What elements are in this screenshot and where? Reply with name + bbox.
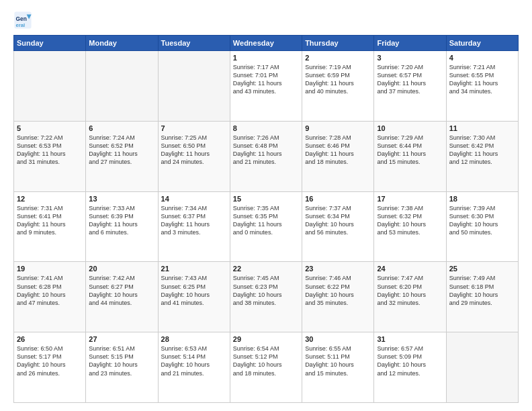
calendar-cell: 4Sunrise: 7:21 AM Sunset: 6:55 PM Daylig… [446, 51, 518, 122]
calendar-cell: 9Sunrise: 7:28 AM Sunset: 6:46 PM Daylig… [302, 121, 374, 191]
day-number: 29 [233, 335, 299, 343]
day-info: Sunrise: 7:46 AM Sunset: 6:22 PM Dayligh… [305, 274, 371, 307]
day-number: 28 [161, 335, 227, 343]
day-number: 13 [89, 195, 154, 203]
calendar-cell: 7Sunrise: 7:25 AM Sunset: 6:50 PM Daylig… [158, 121, 230, 191]
calendar-cell: 29Sunrise: 6:54 AM Sunset: 5:12 PM Dayli… [230, 332, 302, 403]
day-info: Sunrise: 7:17 AM Sunset: 7:01 PM Dayligh… [233, 63, 299, 96]
day-number: 15 [233, 195, 299, 203]
week-row-1: 1Sunrise: 7:17 AM Sunset: 7:01 PM Daylig… [14, 51, 519, 122]
logo-icon: Gen eral [13, 11, 32, 30]
day-number: 14 [161, 195, 227, 203]
day-info: Sunrise: 6:55 AM Sunset: 5:11 PM Dayligh… [305, 345, 371, 377]
day-info: Sunrise: 7:28 AM Sunset: 6:46 PM Dayligh… [305, 134, 371, 167]
calendar-cell: 5Sunrise: 7:22 AM Sunset: 6:53 PM Daylig… [14, 121, 86, 191]
day-number: 4 [449, 54, 515, 62]
day-number: 2 [305, 54, 371, 62]
day-info: Sunrise: 7:49 AM Sunset: 6:18 PM Dayligh… [449, 274, 515, 307]
calendar-cell: 19Sunrise: 7:41 AM Sunset: 6:28 PM Dayli… [14, 262, 86, 332]
day-number: 8 [233, 124, 299, 132]
calendar-cell: 26Sunrise: 6:50 AM Sunset: 5:17 PM Dayli… [14, 332, 86, 403]
calendar-cell [446, 332, 518, 403]
calendar-table: SundayMondayTuesdayWednesdayThursdayFrid… [13, 35, 519, 403]
calendar-cell: 6Sunrise: 7:24 AM Sunset: 6:52 PM Daylig… [86, 121, 158, 191]
day-info: Sunrise: 7:34 AM Sunset: 6:37 PM Dayligh… [161, 204, 227, 237]
calendar-cell [14, 51, 86, 122]
calendar-cell [158, 51, 230, 122]
weekday-header-saturday: Saturday [446, 36, 518, 51]
day-info: Sunrise: 7:20 AM Sunset: 6:57 PM Dayligh… [377, 63, 443, 96]
page: Gen eral SundayMondayTuesdayWednesdayThu… [0, 0, 532, 411]
calendar-cell: 28Sunrise: 6:53 AM Sunset: 5:14 PM Dayli… [158, 332, 230, 403]
calendar-cell: 23Sunrise: 7:46 AM Sunset: 6:22 PM Dayli… [302, 262, 374, 332]
day-info: Sunrise: 7:29 AM Sunset: 6:44 PM Dayligh… [377, 134, 443, 167]
day-info: Sunrise: 6:54 AM Sunset: 5:12 PM Dayligh… [233, 345, 299, 377]
day-info: Sunrise: 7:24 AM Sunset: 6:52 PM Dayligh… [89, 134, 154, 167]
calendar-cell: 31Sunrise: 6:57 AM Sunset: 5:09 PM Dayli… [374, 332, 446, 403]
day-info: Sunrise: 7:45 AM Sunset: 6:23 PM Dayligh… [233, 274, 299, 307]
day-number: 22 [233, 265, 299, 273]
weekday-header-row: SundayMondayTuesdayWednesdayThursdayFrid… [14, 36, 519, 51]
calendar-cell: 27Sunrise: 6:51 AM Sunset: 5:15 PM Dayli… [86, 332, 158, 403]
week-row-2: 5Sunrise: 7:22 AM Sunset: 6:53 PM Daylig… [14, 121, 519, 191]
day-number: 3 [377, 54, 443, 62]
day-info: Sunrise: 7:33 AM Sunset: 6:39 PM Dayligh… [89, 204, 154, 237]
calendar-cell [86, 51, 158, 122]
weekday-header-wednesday: Wednesday [230, 36, 302, 51]
day-number: 6 [89, 124, 154, 132]
calendar-cell: 21Sunrise: 7:43 AM Sunset: 6:25 PM Dayli… [158, 262, 230, 332]
calendar-cell: 2Sunrise: 7:19 AM Sunset: 6:59 PM Daylig… [302, 51, 374, 122]
calendar-cell: 30Sunrise: 6:55 AM Sunset: 5:11 PM Dayli… [302, 332, 374, 403]
calendar-cell: 10Sunrise: 7:29 AM Sunset: 6:44 PM Dayli… [374, 121, 446, 191]
week-row-4: 19Sunrise: 7:41 AM Sunset: 6:28 PM Dayli… [14, 262, 519, 332]
calendar-cell: 1Sunrise: 7:17 AM Sunset: 7:01 PM Daylig… [230, 51, 302, 122]
calendar-cell: 22Sunrise: 7:45 AM Sunset: 6:23 PM Dayli… [230, 262, 302, 332]
weekday-header-sunday: Sunday [14, 36, 86, 51]
day-number: 31 [377, 335, 443, 343]
day-info: Sunrise: 7:38 AM Sunset: 6:32 PM Dayligh… [377, 204, 443, 237]
day-number: 24 [377, 265, 443, 273]
svg-text:eral: eral [16, 22, 26, 28]
day-number: 16 [305, 195, 371, 203]
day-info: Sunrise: 6:57 AM Sunset: 5:09 PM Dayligh… [377, 345, 443, 377]
day-number: 19 [17, 265, 83, 273]
day-info: Sunrise: 7:37 AM Sunset: 6:34 PM Dayligh… [305, 204, 371, 237]
day-number: 12 [17, 195, 83, 203]
day-number: 1 [233, 54, 299, 62]
day-info: Sunrise: 7:21 AM Sunset: 6:55 PM Dayligh… [449, 63, 515, 96]
day-number: 25 [449, 265, 515, 273]
calendar-cell: 11Sunrise: 7:30 AM Sunset: 6:42 PM Dayli… [446, 121, 518, 191]
day-number: 27 [89, 335, 154, 343]
day-number: 21 [161, 265, 227, 273]
calendar-cell: 3Sunrise: 7:20 AM Sunset: 6:57 PM Daylig… [374, 51, 446, 122]
day-number: 17 [377, 195, 443, 203]
header: Gen eral [13, 11, 519, 30]
day-info: Sunrise: 6:50 AM Sunset: 5:17 PM Dayligh… [17, 345, 83, 377]
calendar-cell: 16Sunrise: 7:37 AM Sunset: 6:34 PM Dayli… [302, 191, 374, 262]
day-info: Sunrise: 7:39 AM Sunset: 6:30 PM Dayligh… [449, 204, 515, 237]
calendar-cell: 20Sunrise: 7:42 AM Sunset: 6:27 PM Dayli… [86, 262, 158, 332]
day-info: Sunrise: 7:35 AM Sunset: 6:35 PM Dayligh… [233, 204, 299, 237]
day-number: 9 [305, 124, 371, 132]
logo: Gen eral [13, 11, 34, 30]
day-info: Sunrise: 7:41 AM Sunset: 6:28 PM Dayligh… [17, 274, 83, 307]
weekday-header-friday: Friday [374, 36, 446, 51]
day-info: Sunrise: 7:47 AM Sunset: 6:20 PM Dayligh… [377, 274, 443, 307]
day-info: Sunrise: 7:22 AM Sunset: 6:53 PM Dayligh… [17, 134, 83, 167]
day-info: Sunrise: 6:51 AM Sunset: 5:15 PM Dayligh… [89, 345, 154, 377]
day-number: 23 [305, 265, 371, 273]
day-info: Sunrise: 6:53 AM Sunset: 5:14 PM Dayligh… [161, 345, 227, 377]
day-number: 10 [377, 124, 443, 132]
day-info: Sunrise: 7:26 AM Sunset: 6:48 PM Dayligh… [233, 134, 299, 167]
day-number: 18 [449, 195, 515, 203]
svg-text:Gen: Gen [16, 15, 27, 22]
day-number: 20 [89, 265, 154, 273]
calendar-cell: 13Sunrise: 7:33 AM Sunset: 6:39 PM Dayli… [86, 191, 158, 262]
day-info: Sunrise: 7:19 AM Sunset: 6:59 PM Dayligh… [305, 63, 371, 96]
day-info: Sunrise: 7:42 AM Sunset: 6:27 PM Dayligh… [89, 274, 154, 307]
calendar-cell: 8Sunrise: 7:26 AM Sunset: 6:48 PM Daylig… [230, 121, 302, 191]
day-number: 30 [305, 335, 371, 343]
calendar-cell: 14Sunrise: 7:34 AM Sunset: 6:37 PM Dayli… [158, 191, 230, 262]
calendar-cell: 12Sunrise: 7:31 AM Sunset: 6:41 PM Dayli… [14, 191, 86, 262]
day-number: 7 [161, 124, 227, 132]
